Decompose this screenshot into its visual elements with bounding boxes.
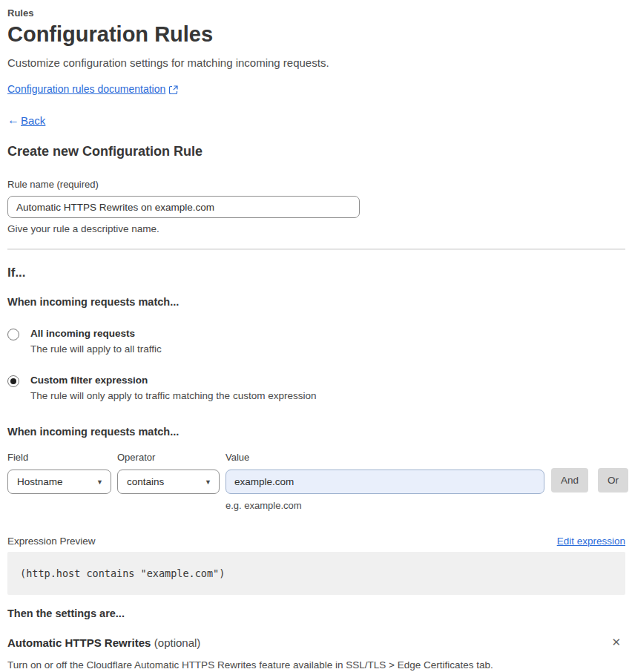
setting-title: Automatic HTTPS Rewrites (optional) bbox=[7, 636, 200, 650]
field-label: Field bbox=[7, 452, 111, 463]
if-heading: If... bbox=[7, 266, 625, 280]
page-title: Configuration Rules bbox=[7, 22, 625, 47]
value-label: Value bbox=[226, 452, 544, 463]
expression-builder-heading: When incoming requests match... bbox=[7, 426, 625, 438]
operator-select-value: contains bbox=[127, 476, 164, 487]
operator-select[interactable]: contains ▼ bbox=[117, 470, 220, 494]
radio-description: The rule will only apply to traffic matc… bbox=[30, 390, 316, 401]
field-column: Field Hostname ▼ bbox=[7, 452, 111, 494]
value-column: Value e.g. example.com bbox=[226, 452, 544, 511]
chevron-down-icon: ▼ bbox=[205, 478, 211, 486]
rule-name-label: Rule name (required) bbox=[7, 179, 625, 190]
expression-preview-label: Expression Preview bbox=[7, 536, 96, 547]
radio-label: All incoming requests bbox=[30, 328, 162, 339]
external-link-icon bbox=[169, 85, 178, 93]
rule-name-help: Give your rule a descriptive name. bbox=[7, 223, 625, 234]
breadcrumb: Rules bbox=[7, 7, 625, 19]
rule-name-input[interactable] bbox=[7, 196, 360, 218]
close-icon[interactable]: ✕ bbox=[611, 636, 621, 648]
radio-button-icon[interactable] bbox=[7, 375, 19, 387]
expression-preview-code: (http.host contains "example.com") bbox=[7, 552, 625, 595]
configuration-rules-page: Rules Configuration Rules Customize conf… bbox=[0, 0, 632, 672]
operator-column: Operator contains ▼ bbox=[117, 452, 220, 494]
value-input[interactable] bbox=[226, 470, 544, 494]
setting-description: Turn on or off the Cloudflare Automatic … bbox=[7, 659, 625, 671]
setting-optional-label: (optional) bbox=[154, 636, 201, 649]
page-subtitle: Customize configuration settings for mat… bbox=[7, 56, 625, 69]
chevron-down-icon: ▼ bbox=[96, 478, 103, 486]
create-rule-heading: Create new Configuration Rule bbox=[7, 144, 625, 159]
radio-label: Custom filter expression bbox=[30, 375, 316, 386]
then-settings-heading: Then the settings are... bbox=[7, 607, 625, 619]
value-hint: e.g. example.com bbox=[226, 500, 544, 511]
operator-label: Operator bbox=[117, 452, 220, 463]
radio-all-incoming-requests[interactable]: All incoming requests The rule will appl… bbox=[7, 328, 625, 355]
radio-custom-filter-expression[interactable]: Custom filter expression The rule will o… bbox=[7, 375, 625, 401]
section-divider bbox=[7, 248, 625, 250]
field-select-value: Hostname bbox=[17, 476, 63, 487]
radio-description: The rule will apply to all traffic bbox=[30, 343, 162, 355]
back-arrow-icon: ← bbox=[7, 113, 19, 127]
back-link[interactable]: ← Back bbox=[7, 113, 625, 127]
documentation-link[interactable]: Configuration rules documentation bbox=[7, 83, 165, 95]
edit-expression-link[interactable]: Edit expression bbox=[557, 536, 625, 547]
incoming-requests-match-heading: When incoming requests match... bbox=[7, 296, 625, 308]
radio-button-icon[interactable] bbox=[7, 329, 19, 340]
setting-name: Automatic HTTPS Rewrites bbox=[7, 636, 151, 649]
field-select[interactable]: Hostname ▼ bbox=[7, 470, 111, 494]
or-button[interactable]: Or bbox=[598, 468, 628, 493]
back-link-label: Back bbox=[21, 114, 45, 127]
and-button[interactable]: And bbox=[551, 468, 588, 493]
